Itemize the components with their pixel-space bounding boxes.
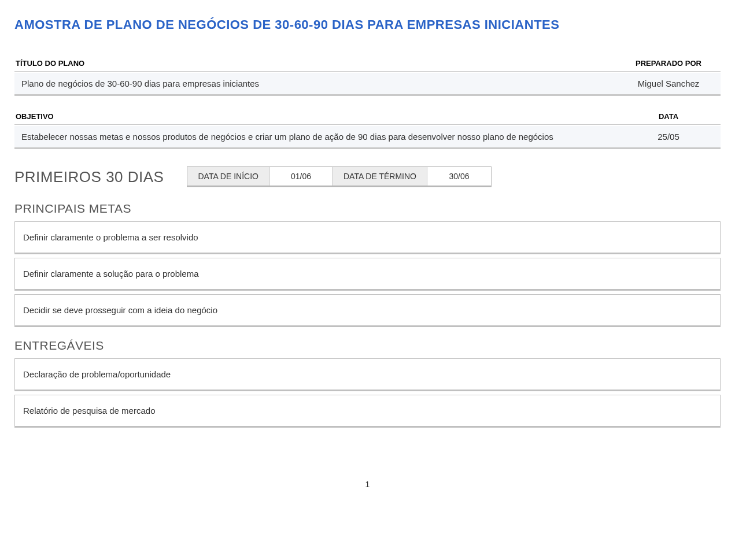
- page-number: 1: [14, 480, 721, 489]
- date-label: DATA: [616, 109, 721, 124]
- plan-header-row: TÍTULO DO PLANO PREPARADO POR: [14, 55, 721, 72]
- plan-title-value: Plano de negócios de 30-60-90 dias para …: [14, 73, 616, 94]
- end-date-label: DATA DE TÉRMINO: [333, 167, 427, 186]
- deliverables-section-title: ENTREGÁVEIS: [14, 339, 721, 353]
- plan-value-row: Plano de negócios de 30-60-90 dias para …: [14, 73, 721, 96]
- goals-section-title: PRINCIPAIS METAS: [14, 202, 721, 216]
- objective-value-row: Estabelecer nossas metas e nossos produt…: [14, 126, 721, 149]
- date-boxes: DATA DE INÍCIO 01/06 DATA DE TÉRMINO 30/…: [187, 166, 492, 187]
- deliverable-item: Relatório de pesquisa de mercado: [14, 395, 721, 428]
- prepared-by-value: Miguel Sanchez: [616, 73, 721, 94]
- end-date-value: 30/06: [427, 167, 491, 186]
- document-title: AMOSTRA DE PLANO DE NEGÓCIOS DE 30-60-90…: [14, 17, 721, 32]
- prepared-by-label: PREPARADO POR: [616, 55, 721, 71]
- period-row: PRIMEIROS 30 DIAS DATA DE INÍCIO 01/06 D…: [14, 166, 721, 187]
- period-title: PRIMEIROS 30 DIAS: [14, 168, 164, 186]
- objective-label: OBJETIVO: [14, 109, 616, 124]
- goal-item: Definir claramente a solução para o prob…: [14, 258, 721, 291]
- start-date-value: 01/06: [269, 167, 333, 186]
- start-date-label: DATA DE INÍCIO: [187, 167, 269, 186]
- goal-item: Definir claramente o problema a ser reso…: [14, 221, 721, 254]
- deliverable-item: Declaração de problema/oportunidade: [14, 358, 721, 391]
- objective-value: Estabelecer nossas metas e nossos produt…: [14, 126, 616, 147]
- date-value: 25/05: [616, 126, 721, 147]
- goal-item: Decidir se deve prosseguir com a ideia d…: [14, 294, 721, 327]
- plan-title-label: TÍTULO DO PLANO: [14, 55, 616, 71]
- objective-header-row: OBJETIVO DATA: [14, 109, 721, 125]
